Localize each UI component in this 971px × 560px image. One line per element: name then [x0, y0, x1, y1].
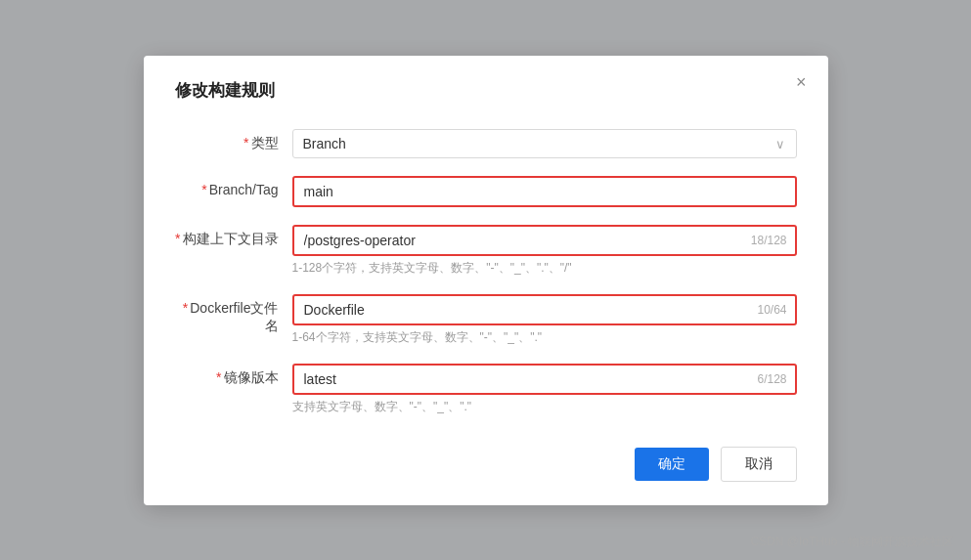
cancel-button[interactable]: 取消: [721, 447, 797, 482]
image-version-hint: 支持英文字母、数字、"-"、"_"、".": [292, 399, 797, 415]
image-version-label: *镜像版本: [175, 364, 292, 387]
dockerfile-input[interactable]: [292, 294, 797, 325]
image-version-field: 6/128 支持英文字母、数字、"-"、"_"、".": [292, 364, 797, 415]
context-dir-hint: 1-128个字符，支持英文字母、数字、"-"、"_"、"."、"/": [292, 260, 797, 277]
dockerfile-label: *Dockerfile文件名: [175, 294, 292, 335]
branch-tag-label: *Branch/Tag: [175, 176, 292, 197]
type-label: *类型: [175, 129, 292, 152]
context-dir-char-count: 18/128: [751, 234, 787, 247]
required-star-branch: *: [201, 182, 206, 197]
context-dir-input[interactable]: [292, 225, 797, 256]
image-version-char-count: 6/128: [757, 372, 786, 386]
dockerfile-input-wrapper: 10/64: [292, 294, 797, 325]
dialog-title: 修改构建规则: [175, 79, 797, 102]
branch-tag-field: [292, 176, 797, 207]
form-row-branch-tag: *Branch/Tag: [175, 176, 797, 207]
dialog: 修改构建规则 × *类型 Branch Tag ∨ *Branch/Tag: [144, 56, 828, 505]
image-version-input-wrapper: 6/128: [292, 364, 797, 395]
type-select[interactable]: Branch Tag: [292, 129, 797, 158]
branch-tag-input[interactable]: [292, 176, 797, 207]
dockerfile-hint: 1-64个字符，支持英文字母、数字、"-"、"_"、".": [292, 329, 797, 346]
form-row-dockerfile: *Dockerfile文件名 10/64 1-64个字符，支持英文字母、数字、"…: [175, 294, 797, 346]
form-row-image-version: *镜像版本 6/128 支持英文字母、数字、"-"、"_"、".": [175, 364, 797, 415]
context-dir-field: 18/128 1-128个字符，支持英文字母、数字、"-"、"_"、"."、"/…: [292, 225, 797, 277]
type-field: Branch Tag ∨: [292, 129, 797, 158]
branch-tag-input-wrapper: [292, 176, 797, 207]
dialog-footer: 确定 取消: [175, 447, 797, 482]
context-dir-label: *构建上下文目录: [175, 225, 292, 248]
form-row-context-dir: *构建上下文目录 18/128 1-128个字符，支持英文字母、数字、"-"、"…: [175, 225, 797, 277]
form-row-type: *类型 Branch Tag ∨: [175, 129, 797, 158]
context-dir-input-wrapper: 18/128: [292, 225, 797, 256]
dockerfile-field: 10/64 1-64个字符，支持英文字母、数字、"-"、"_"、".": [292, 294, 797, 346]
required-star-image: *: [216, 369, 221, 385]
confirm-button[interactable]: 确定: [635, 448, 709, 481]
dockerfile-char-count: 10/64: [757, 303, 786, 317]
required-star-dockerfile: *: [183, 300, 188, 316]
required-star-context: *: [175, 231, 180, 246]
close-button[interactable]: ×: [796, 73, 807, 91]
image-version-input[interactable]: [292, 364, 797, 395]
required-star-type: *: [243, 135, 248, 151]
watermark: CSDN @IoTHub - 物联网开源技术社区: [750, 534, 953, 550]
dialog-overlay: 修改构建规则 × *类型 Branch Tag ∨ *Branch/Tag: [0, 0, 971, 560]
type-select-wrapper: Branch Tag ∨: [292, 129, 797, 158]
